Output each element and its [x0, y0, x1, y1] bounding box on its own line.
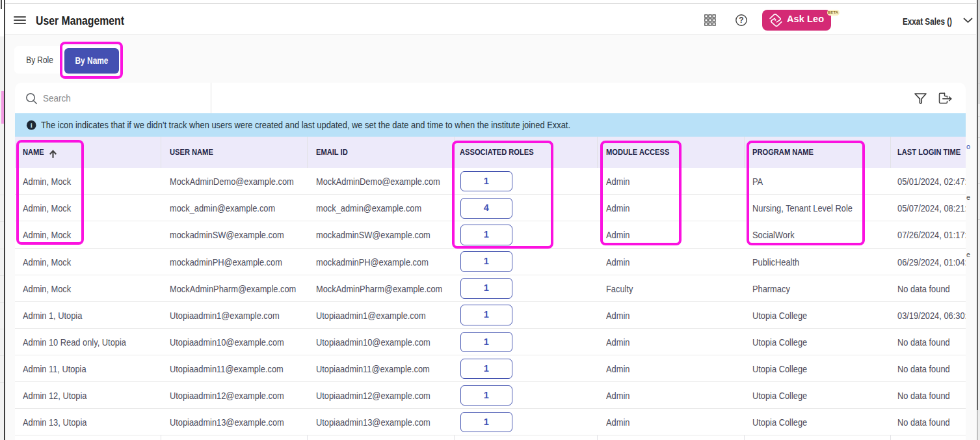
svg-text:i: i: [30, 121, 32, 129]
svg-text:?: ?: [739, 16, 743, 25]
